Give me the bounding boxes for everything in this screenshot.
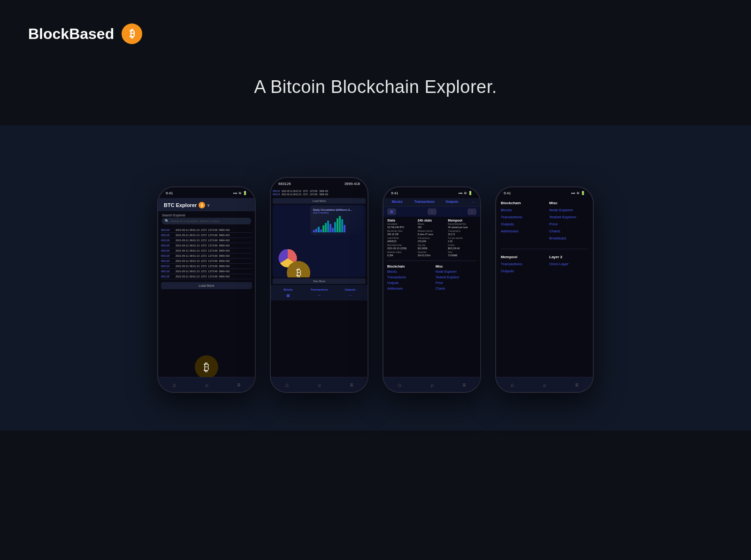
omni-layer-item[interactable]: Omni Layer — [549, 262, 588, 266]
search-icon[interactable]: ⌕ — [318, 382, 321, 388]
phone-notch — [415, 187, 448, 196]
phone-3-content: Blocks Transactions Outputs → ▦ ↔ → Stat… — [383, 196, 480, 382]
search-icon[interactable]: ⌕ — [205, 382, 208, 388]
mempool-col: Mempool Recommended fee: 46 satoshi per … — [448, 219, 476, 257]
addresses-item[interactable]: Addresses — [501, 229, 540, 233]
bar-item — [334, 222, 336, 232]
testnet-explorer-item[interactable]: Testnet Explorer — [549, 215, 588, 219]
table-row: 6831282021-05-11 09:01:1322721273.993999… — [161, 274, 252, 279]
load-more-button[interactable]: Load More — [161, 282, 252, 289]
arrow-tab[interactable]: → — [466, 198, 480, 206]
phone-4-menu: 9:41 ▪▪▪ ≋ 🔋 Blockchain Blocks Transacti… — [495, 186, 594, 393]
mempool-transactions-item[interactable]: Transactions — [501, 262, 540, 266]
bar-item — [341, 219, 343, 232]
phone-2-charts: 683126 3999.418 6831282021-05-11 09:01:1… — [270, 177, 368, 393]
bar-item — [313, 230, 315, 232]
mempool-outputs-item[interactable]: Outputs — [501, 269, 540, 273]
broadcast-item[interactable]: Broadcast — [549, 236, 588, 240]
bar-item — [339, 216, 341, 232]
table-row: 6831282021-05-11 09:01:1322721273.993999… — [161, 228, 252, 233]
menu-section-top: Blockchain Blocks Transactions Outputs A… — [496, 198, 593, 246]
btc-logo-icon: ₿ — [122, 23, 142, 44]
menu-columns: Blockchain Blocks Transactions Outputs A… — [387, 265, 476, 292]
stats-columns: Stats Circulation: 18,709,446 BTC Blockc… — [383, 217, 480, 259]
transactions-menu-item[interactable]: Transactions — [387, 276, 428, 279]
misc-col: Misc Node Explorer Testnet Explorer Pric… — [436, 265, 476, 292]
outputs-item[interactable]: Outputs — [501, 222, 540, 226]
menu-icon[interactable]: ≡ — [462, 382, 466, 388]
bar-item — [327, 221, 329, 232]
table-row: 6831282021-05-11 09:01:1322721273.993999… — [161, 264, 252, 269]
home-icon[interactable]: ⌂ — [398, 382, 401, 388]
bar-item — [322, 225, 324, 232]
divider — [501, 249, 588, 249]
addresses-menu-item[interactable]: Addresses — [387, 287, 428, 290]
outputs-icon: → — [348, 293, 352, 298]
menu-icon[interactable]: ≡ — [350, 382, 353, 388]
bottom-bar-4: ⌂ ⌕ ≡ — [496, 377, 593, 392]
transactions-tab[interactable]: Transactions — [411, 198, 438, 206]
transactions-tab[interactable]: Transactions — [304, 287, 335, 292]
bar-item — [344, 225, 345, 232]
showcase-section: 9:41 ▪▪▪ ≋ 🔋 BTC Explorer ₿ ∨ Search Exp… — [0, 125, 751, 430]
bar-item — [320, 230, 322, 232]
blocks-menu-item[interactable]: Blocks — [387, 270, 428, 273]
phone-notch — [190, 187, 223, 196]
table-row: 6831282021-05-11 09:01:1322721273.993999… — [161, 259, 252, 264]
table-row: 6831282021-05-11 09:01:1322721273.993999… — [161, 238, 252, 243]
table-row: 6831282021-05-11 09:01:1322721273.993999… — [161, 269, 252, 274]
misc-col: Misc Node Explorer Testnet Explorer Pric… — [549, 201, 588, 243]
p1-search-label: Search Explorer 🔍 Search for a transacti… — [162, 214, 251, 224]
blocks-item[interactable]: Blocks — [501, 208, 540, 212]
mempool-col: Mempool Transactions Outputs — [501, 255, 540, 276]
chart-area: ₿ Daily Circulation (billions U... (last… — [273, 205, 366, 277]
blocks-tab[interactable]: Blocks — [273, 287, 304, 292]
bottom-icons: ▦ ↔ → — [273, 292, 366, 299]
search-icon[interactable]: ⌕ — [543, 382, 546, 388]
load-more-button[interactable]: Load More — [273, 198, 366, 204]
p1-header: BTC Explorer ₿ ∨ — [158, 198, 255, 211]
price-item[interactable]: Price — [436, 281, 476, 284]
blocks-icon: ▦ — [286, 293, 290, 298]
charts-item[interactable]: Charts — [549, 229, 588, 233]
menu-icon[interactable]: ≡ — [237, 382, 240, 388]
charts-item[interactable]: Charts — [436, 287, 476, 290]
transactions-icon: ↔ — [317, 293, 321, 298]
table-row: 6831282021-05-11 09:01:1322721273.993999… — [161, 253, 252, 259]
bitcoin-icon: ₿ — [195, 355, 218, 379]
outputs-icon-btn: → — [467, 208, 476, 215]
p1-btc-badge: ₿ — [199, 202, 205, 208]
home-icon[interactable]: ⌂ — [173, 382, 176, 388]
node-explorer-item[interactable]: Node Explorer — [436, 270, 476, 273]
outputs-tab[interactable]: Outputs — [335, 287, 366, 292]
menu-section-bottom: Mempool Transactions Outputs Layer 2 Omn… — [496, 252, 593, 279]
bar-item — [337, 218, 338, 232]
node-explorer-item[interactable]: Node Explorer — [549, 208, 588, 212]
mini-rows: 6831282021-05-11 09:01:1322721273.993999… — [271, 189, 368, 197]
outputs-menu-item[interactable]: Outputs — [387, 281, 428, 284]
outputs-tab[interactable]: Outputs — [438, 198, 466, 206]
stats-col: Stats Circulation: 18,709,446 BTC Blockc… — [387, 219, 416, 257]
search-icon[interactable]: ⌕ — [430, 382, 434, 388]
stats-title: Stats — [387, 219, 416, 222]
see-more-button[interactable]: See More — [273, 278, 366, 284]
btc-gold-icon: ₿ — [287, 261, 310, 277]
menu-icon[interactable]: ≡ — [575, 382, 578, 388]
phone-2-content: 6831282021-05-11 09:01:1322721273.993999… — [271, 187, 368, 382]
blockchain-col: Blockchain Blocks Transactions Outputs A… — [501, 201, 540, 243]
price-item[interactable]: Price — [549, 222, 588, 226]
testnet-explorer-item[interactable]: Testnet Explorer — [436, 276, 476, 279]
blocks-tab[interactable]: Blocks — [383, 198, 411, 206]
h24-col: 24h stats Blocks: 165 Between blocks: 8 … — [418, 219, 446, 257]
bottom-bar-1: ⌂ ⌕ ≡ — [158, 377, 255, 392]
tagline-section: A Bitcoin Blockchain Explorer. — [0, 63, 751, 125]
home-icon[interactable]: ⌂ — [285, 382, 289, 388]
home-icon[interactable]: ⌂ — [511, 382, 514, 388]
bottom-bar-3: ⌂ ⌕ ≡ — [383, 377, 480, 392]
bottom-bar-2: ⌂ ⌕ ≡ — [271, 377, 368, 392]
transactions-item[interactable]: Transactions — [501, 215, 540, 219]
p1-search-bar[interactable]: 🔍 Search for a transaction, address, or … — [162, 218, 251, 224]
p1-rows: 6831282021-05-11 09:01:1322721273.993999… — [158, 227, 255, 280]
table-row: 6831282021-05-11 09:01:1322721273.993999… — [161, 243, 252, 248]
menu-cols-top: Blockchain Blocks Transactions Outputs A… — [501, 201, 588, 243]
